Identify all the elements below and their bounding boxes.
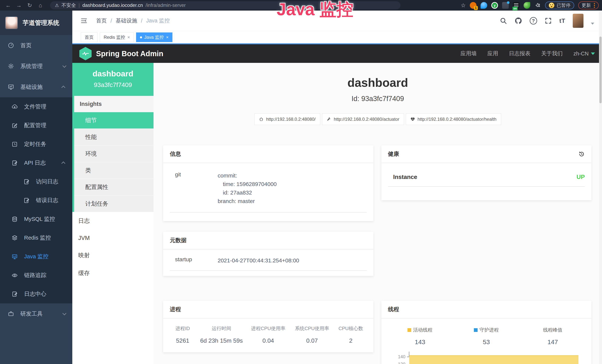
metadata-card-title: 元数据: [163, 232, 373, 250]
header-actions: ? tT: [500, 14, 594, 28]
profile-paused-badge[interactable]: 已暂停: [545, 1, 574, 9]
sidebar-item-infrastructure[interactable]: 基础设施: [0, 76, 72, 97]
sba-menu-logs[interactable]: 日志: [72, 212, 153, 230]
threads-chart-y-axis: 140 120 100: [387, 353, 409, 364]
sba-menu-config-props[interactable]: 配置属性: [74, 179, 153, 195]
health-url-label: http://192.168.0.2:48080/actuator/health: [418, 117, 496, 122]
tab-home[interactable]: 首页: [81, 32, 97, 42]
sba-brand-title[interactable]: Spring Boot Admin: [96, 50, 163, 58]
browser-home-icon[interactable]: ⌂: [36, 0, 45, 11]
extension-lines-icon[interactable]: on: [513, 2, 519, 9]
sidebar-logo-row[interactable]: 芋道管理系统: [0, 11, 72, 35]
font-size-icon[interactable]: tT: [559, 17, 565, 24]
sba-nav-applications[interactable]: 应用: [487, 50, 498, 57]
service-url-button[interactable]: http://192.168.0.2:48080/: [254, 114, 320, 125]
tab-label: Redis 监控: [104, 34, 125, 40]
sidebar-item-tracing[interactable]: 链路追踪: [0, 266, 72, 285]
extension-y-icon[interactable]: y: [491, 2, 498, 9]
sidebar-item-redis-monitor[interactable]: Redis 监控: [0, 228, 72, 247]
threads-chart-plot: [409, 353, 579, 364]
tab-java-monitor[interactable]: Java 监控 ×: [136, 32, 172, 42]
sidebar-item-access-logs[interactable]: 访问日志: [0, 172, 72, 191]
browser-reload-icon[interactable]: ↻: [25, 0, 34, 11]
process-cpu-value: 0.04: [247, 337, 290, 344]
github-icon[interactable]: [515, 17, 522, 25]
spring-boot-admin-logo[interactable]: [79, 47, 92, 60]
status-badge: UP: [577, 173, 585, 181]
sidebar-item-config-management[interactable]: 配置管理: [0, 116, 72, 135]
sidebar-item-dev-tools[interactable]: 研发工具: [0, 303, 72, 324]
fullscreen-icon[interactable]: [545, 17, 552, 24]
sba-menu-classes[interactable]: 类: [74, 162, 153, 179]
help-icon[interactable]: ?: [530, 17, 537, 24]
cpu-cores-value: 2: [334, 337, 368, 344]
chrome-update-label: 更新: [582, 2, 591, 8]
bookmark-star-icon[interactable]: ☆: [461, 2, 466, 9]
browser-forward-icon[interactable]: →: [14, 0, 24, 11]
sba-section-insights: Insights: [74, 96, 153, 112]
extension-refresh-icon[interactable]: 1: [470, 2, 476, 9]
not-secure-warning-icon: ⚠: [55, 3, 59, 8]
sidebar-item-label: Redis 监控: [24, 234, 51, 242]
peak-threads-value: 147: [519, 338, 586, 346]
sba-menu-jvm[interactable]: JVM: [72, 230, 153, 246]
wrench-icon: [327, 117, 331, 121]
close-icon[interactable]: ×: [127, 35, 130, 40]
browser-back-icon[interactable]: ←: [3, 0, 13, 11]
sidebar-item-error-logs[interactable]: 错误日志: [0, 191, 72, 210]
sidebar-item-system[interactable]: 系统管理: [0, 56, 72, 76]
breadcrumb-separator: /: [110, 18, 112, 24]
sba-nav: 应用墙 应用 日志报表 关于我们 zh-CN: [461, 50, 595, 57]
breadcrumb-home[interactable]: 首页: [96, 17, 107, 24]
sba-menu-mappings[interactable]: 映射: [72, 246, 153, 264]
sidebar-item-api-logs[interactable]: API 日志: [0, 153, 72, 172]
heart-pulse-icon: [410, 117, 415, 121]
extension-count-badge: 1: [474, 6, 478, 10]
breadcrumb-current: Java 监控: [146, 17, 170, 24]
breadcrumb-infrastructure[interactable]: 基础设施: [116, 17, 137, 24]
sba-menu-scheduled-tasks[interactable]: 计划任务: [74, 195, 153, 212]
sidebar-item-log-center[interactable]: 日志中心: [0, 285, 72, 303]
history-clock-icon: [11, 141, 18, 147]
sidebar-item-file-management[interactable]: 文件管理: [0, 97, 72, 116]
sidebar-item-java-monitor[interactable]: Java 监控: [0, 247, 72, 266]
avatar-caret-down-icon[interactable]: [591, 23, 594, 25]
chrome-menu-kebab-icon[interactable]: [593, 3, 595, 8]
sidebar-item-scheduled-jobs[interactable]: 定时任务: [0, 135, 72, 153]
sidebar-item-label: 定时任务: [24, 140, 46, 148]
sba-nav-wallboard[interactable]: 应用墙: [461, 50, 477, 57]
extension-grid-icon[interactable]: [502, 2, 509, 9]
close-icon[interactable]: ×: [166, 35, 169, 40]
extension-leaf-icon[interactable]: [524, 2, 530, 9]
chrome-update-button[interactable]: 更新: [578, 1, 599, 9]
sba-menu-caches[interactable]: 缓存: [72, 264, 153, 282]
legend-peak-threads: 线程峰值 147: [519, 327, 586, 346]
hamburger-fold-icon[interactable]: [80, 17, 88, 25]
sidebar-item-label: 访问日志: [36, 178, 58, 185]
sba-locale-select[interactable]: zh-CN: [573, 51, 595, 57]
sidebar-item-label: 研发工具: [20, 310, 43, 318]
chevron-up-icon: [61, 161, 65, 165]
sba-nav-journal[interactable]: 日志报表: [509, 50, 530, 57]
sba-menu-environment[interactable]: 环境: [74, 145, 153, 162]
history-icon[interactable]: [579, 151, 585, 157]
window-scrollbar[interactable]: [599, 11, 602, 364]
search-icon[interactable]: [500, 17, 507, 24]
sba-instance-header[interactable]: dashboard 93a3fc7f7409: [72, 63, 153, 96]
user-avatar[interactable]: [573, 14, 583, 28]
actuator-url-button[interactable]: http://192.168.0.2:48080/actuator: [322, 114, 404, 125]
tab-redis-monitor[interactable]: Redis 监控 ×: [100, 32, 134, 42]
extension-pin-icon[interactable]: [481, 2, 487, 9]
sba-nav-about[interactable]: 关于我们: [541, 50, 563, 57]
scrollbar-thumb[interactable]: [599, 37, 602, 103]
url-path: /infra/admin-server: [146, 2, 186, 8]
sba-content: dashboard Id: 93a3fc7f7409 http://192.16…: [153, 63, 602, 364]
sba-menu-details[interactable]: 细节: [74, 112, 153, 128]
extensions-puzzle-icon[interactable]: [534, 2, 541, 9]
health-url-button[interactable]: http://192.168.0.2:48080/actuator/health: [406, 114, 501, 125]
sba-menu-metrics[interactable]: 性能: [74, 128, 153, 145]
sidebar-item-mysql-monitor[interactable]: MySQL 监控: [0, 210, 72, 228]
legend-daemon-threads: 守护进程 53: [453, 327, 519, 346]
sidebar-item-home[interactable]: 首页: [0, 35, 72, 56]
sidebar-item-label: 错误日志: [36, 197, 58, 204]
